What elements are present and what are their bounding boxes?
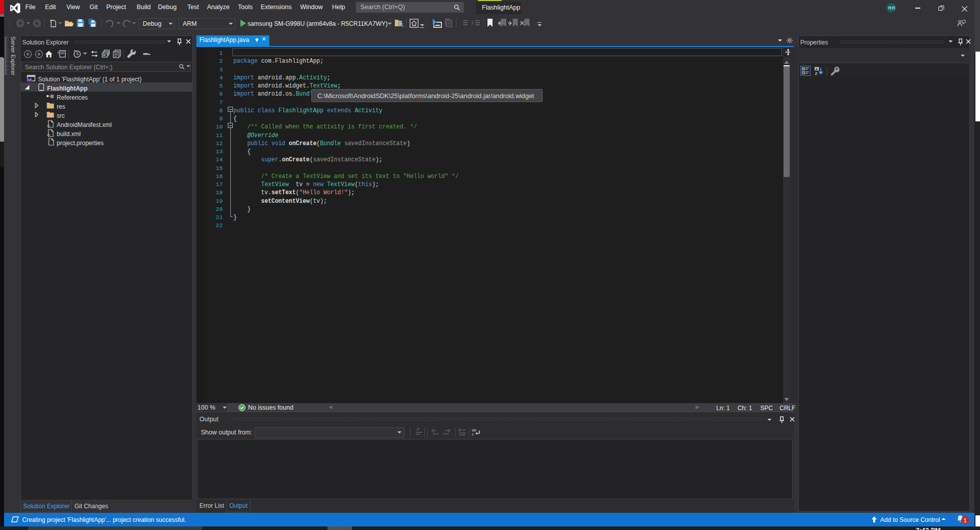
svg-text:2: 2 <box>471 20 474 25</box>
svg-text:Z: Z <box>815 71 818 75</box>
svg-text:c: c <box>472 432 474 436</box>
svg-text:A: A <box>815 67 818 71</box>
